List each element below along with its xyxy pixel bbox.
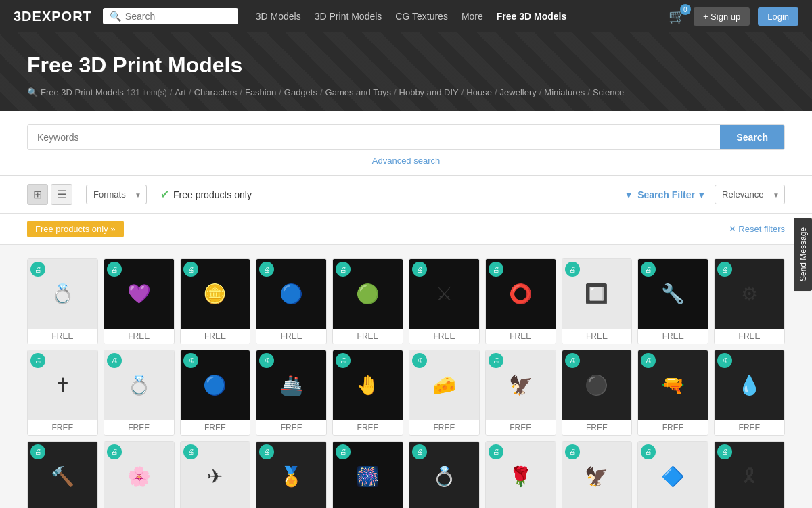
product-badge: 🖨 bbox=[641, 444, 656, 459]
reset-filters-link[interactable]: Reset filters bbox=[729, 224, 785, 234]
header-search-box[interactable]: 🔍 bbox=[103, 8, 238, 24]
cat-games[interactable]: Games and Toys bbox=[325, 87, 391, 97]
search-button[interactable]: Search bbox=[720, 125, 784, 149]
product-card[interactable]: 🖨 💜 FREE bbox=[104, 258, 175, 344]
cat-miniatures[interactable]: Miniatures bbox=[544, 87, 585, 97]
product-card[interactable]: 🖨 🔧 FREE bbox=[637, 258, 708, 344]
product-card[interactable]: 🖨 🔵 FREE bbox=[180, 350, 251, 436]
nav-cg-textures[interactable]: CG Textures bbox=[395, 11, 448, 22]
cat-house[interactable]: House bbox=[466, 87, 492, 97]
nav-free-3d-models[interactable]: Free 3D Models bbox=[497, 11, 566, 22]
product-price-label: FREE bbox=[181, 329, 250, 344]
cat-science[interactable]: Science bbox=[593, 87, 624, 97]
chevron-down-icon: ▾ bbox=[699, 189, 704, 200]
product-badge: 🖨 bbox=[412, 353, 427, 368]
product-card[interactable]: 🖨 🚢 FREE bbox=[256, 350, 327, 436]
product-card[interactable]: 🖨 ⚙ FREE bbox=[714, 258, 785, 344]
signup-button[interactable]: + Sign up bbox=[694, 7, 750, 26]
nav-more[interactable]: More bbox=[461, 11, 483, 22]
product-badge: 🖨 bbox=[336, 353, 351, 368]
nav-3d-print-models[interactable]: 3D Print Models bbox=[315, 11, 382, 22]
relevance-select[interactable]: Relevance bbox=[715, 185, 785, 204]
product-price-label: FREE bbox=[256, 420, 326, 435]
product-card[interactable]: 🖨 🎆 FREE bbox=[332, 441, 403, 508]
cat-fashion[interactable]: Fashion bbox=[245, 87, 276, 97]
product-price-label: FREE bbox=[715, 329, 784, 344]
free-only-text: Free products only bbox=[173, 189, 252, 200]
product-card[interactable]: 🖨 🔫 FREE bbox=[637, 350, 708, 436]
product-card[interactable]: 🖨 🏅 FREE bbox=[256, 441, 327, 508]
product-price-label: FREE bbox=[333, 329, 403, 344]
logo: 3DEXPORT bbox=[14, 9, 92, 24]
product-card[interactable]: 🖨 🔷 FREE bbox=[637, 441, 708, 508]
free-products-tag[interactable]: Free products only » bbox=[27, 221, 124, 237]
advanced-search-anchor[interactable]: Advanced search bbox=[372, 156, 440, 166]
search-section: Search Advanced search bbox=[0, 111, 812, 176]
format-select[interactable]: Formats bbox=[86, 185, 147, 204]
header: 3DEXPORT 🔍 3D Models 3D Print Models CG … bbox=[0, 0, 812, 32]
cat-hobby[interactable]: Hobby and DIY bbox=[399, 87, 459, 97]
product-badge: 🖨 bbox=[717, 444, 732, 459]
product-card[interactable]: 🖨 🪙 FREE bbox=[180, 258, 251, 344]
product-card[interactable]: 🖨 🌸 FREE bbox=[104, 441, 175, 508]
grid-view-button[interactable]: ⊞ bbox=[27, 184, 48, 205]
format-wrapper: Formats bbox=[86, 185, 147, 204]
login-button[interactable]: Login bbox=[758, 7, 798, 26]
product-price-label: FREE bbox=[409, 420, 479, 435]
product-card[interactable]: 🖨 🔲 FREE bbox=[562, 258, 633, 344]
product-card[interactable]: 🖨 🎗 FREE bbox=[714, 441, 785, 508]
cat-jewellery[interactable]: Jewellery bbox=[500, 87, 537, 97]
product-card[interactable]: 🖨 ✝ FREE bbox=[27, 350, 98, 436]
product-price-label: FREE bbox=[562, 329, 632, 344]
list-view-button[interactable]: ☰ bbox=[51, 184, 72, 205]
product-card[interactable]: 🖨 🌹 FREE bbox=[485, 441, 556, 508]
breadcrumb-home[interactable]: Free 3D Print Models bbox=[41, 87, 124, 97]
product-price-label: FREE bbox=[562, 420, 632, 435]
send-message-button[interactable]: Send Message bbox=[794, 217, 812, 290]
product-badge: 🖨 bbox=[565, 353, 580, 368]
product-price-label: FREE bbox=[28, 420, 97, 435]
product-badge: 🖨 bbox=[565, 444, 580, 459]
breadcrumb: 🔍 Free 3D Print Models 131 item(s) / Art… bbox=[27, 87, 785, 97]
cat-characters[interactable]: Characters bbox=[194, 87, 238, 97]
product-price-label: FREE bbox=[333, 420, 403, 435]
product-badge: 🖨 bbox=[565, 262, 580, 277]
product-card[interactable]: 🖨 🔨 FREE bbox=[27, 441, 98, 508]
filter-icon: ▼ bbox=[624, 189, 633, 200]
product-card[interactable]: 🖨 ⭕ FREE bbox=[485, 258, 556, 344]
product-card[interactable]: 🖨 ✈ FREE bbox=[180, 441, 251, 508]
product-card[interactable]: 🖨 ⚔ FREE bbox=[409, 258, 480, 344]
free-only-label[interactable]: ✔ Free products only bbox=[160, 188, 252, 201]
product-badge: 🖨 bbox=[30, 444, 45, 459]
check-icon: ✔ bbox=[160, 188, 169, 201]
product-badge: 🖨 bbox=[107, 444, 122, 459]
cat-gadgets[interactable]: Gadgets bbox=[284, 87, 317, 97]
product-card[interactable]: 🖨 💍 FREE bbox=[27, 258, 98, 344]
product-badge: 🖨 bbox=[183, 353, 198, 368]
product-card[interactable]: 🖨 ⚫ FREE bbox=[562, 350, 633, 436]
product-card[interactable]: 🖨 🧀 FREE bbox=[409, 350, 480, 436]
cart-badge: 0 bbox=[680, 4, 691, 15]
hero-section: Free 3D Print Models 🔍 Free 3D Print Mod… bbox=[0, 32, 812, 111]
product-badge: 🖨 bbox=[489, 444, 503, 459]
keywords-input[interactable] bbox=[28, 125, 720, 149]
search-filter-button[interactable]: ▼ Search Filter ▾ bbox=[624, 189, 704, 200]
product-badge: 🖨 bbox=[30, 353, 45, 368]
nav-3d-models[interactable]: 3D Models bbox=[256, 11, 301, 22]
product-card[interactable]: 🖨 💍 FREE bbox=[409, 441, 480, 508]
product-badge: 🖨 bbox=[30, 262, 45, 277]
cat-art[interactable]: Art bbox=[175, 87, 186, 97]
header-search-input[interactable] bbox=[125, 11, 231, 22]
product-badge: 🖨 bbox=[183, 444, 198, 459]
product-card[interactable]: 🖨 🟢 FREE bbox=[332, 258, 403, 344]
product-card[interactable]: 🖨 💧 FREE bbox=[714, 350, 785, 436]
product-card[interactable]: 🖨 🦅 FREE bbox=[485, 350, 556, 436]
product-badge: 🖨 bbox=[259, 444, 274, 459]
product-price-label: FREE bbox=[486, 329, 556, 344]
product-card[interactable]: 🖨 🔵 FREE bbox=[256, 258, 327, 344]
cart-icon[interactable]: 🛒 0 bbox=[669, 8, 685, 24]
product-price-label: FREE bbox=[256, 329, 326, 344]
product-card[interactable]: 🖨 🦅 FREE bbox=[562, 441, 633, 508]
product-card[interactable]: 🖨 💍 FREE bbox=[104, 350, 175, 436]
product-card[interactable]: 🖨 🤚 FREE bbox=[332, 350, 403, 436]
